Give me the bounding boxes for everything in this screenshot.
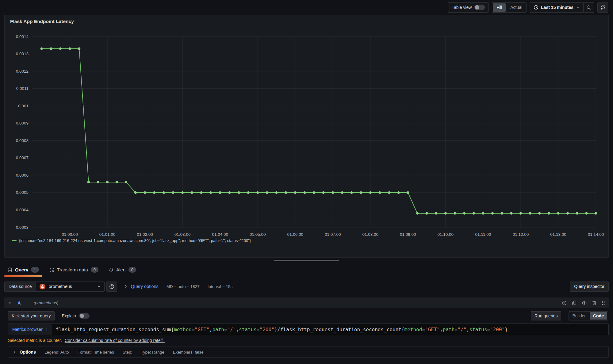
svg-text:0.0006: 0.0006 [16, 173, 29, 178]
svg-text:01:03:00: 01:03:00 [174, 232, 191, 237]
tab-alert[interactable]: Alert 0 [106, 264, 139, 277]
query-toolbar: Kick start your query Explain Run querie… [8, 311, 609, 320]
table-view-control[interactable]: Table view [448, 3, 488, 12]
query-options-summary-row[interactable]: Options Legend: Auto Format: Time series… [8, 347, 609, 358]
query-editor-section: A (prometheus) Kick start your query Exp… [4, 297, 609, 358]
toggle-knob [475, 5, 479, 10]
legend-series-label[interactable]: {instance="ec2-184-169-216-224.us-west-1… [19, 238, 251, 243]
time-range-label: Last 15 minutes [541, 5, 573, 10]
svg-text:0.0011: 0.0011 [16, 86, 29, 91]
query-ref-id[interactable]: A [17, 300, 21, 305]
editor-tabs: Query 1 Transform data 0 Alert 0 [0, 262, 613, 277]
svg-text:01:00:00: 01:00:00 [62, 232, 78, 237]
tab-query[interactable]: Query 1 [4, 264, 42, 277]
database-icon [7, 267, 12, 272]
tab-alert-count: 0 [128, 267, 136, 273]
query-options-md: MD = auto = 1827 [167, 284, 200, 289]
warning-text: Selected metric is a counter. [8, 338, 62, 343]
chevron-right-icon[interactable] [12, 350, 16, 354]
options-label: Options [20, 350, 36, 354]
tab-transform-data[interactable]: Transform data 0 [46, 264, 102, 277]
datasource-row: Data source prometheus Query options MD … [4, 280, 609, 293]
prometheus-logo [39, 283, 46, 290]
tab-transform-label: Transform data [57, 267, 88, 272]
toggle-knob [80, 314, 84, 318]
zoom-out-button[interactable] [583, 3, 594, 12]
explain-toggle[interactable] [79, 313, 90, 319]
chevron-right-icon [124, 285, 128, 288]
fill-button[interactable]: Fill [493, 3, 506, 12]
code-button[interactable]: Code [590, 312, 607, 320]
datasource-help-button[interactable] [106, 282, 117, 292]
counter-warning: Selected metric is a counter. Consider c… [8, 338, 609, 343]
collapse-chevron-icon[interactable] [8, 301, 12, 305]
metrics-browser-button[interactable]: Metrics browser [8, 324, 52, 335]
query-inspector-button[interactable]: Query inspector [570, 282, 609, 292]
svg-text:0.001: 0.001 [18, 104, 29, 108]
metrics-browser-label: Metrics browser [12, 327, 43, 332]
query-options-label: Query options [131, 284, 158, 289]
tab-transform-count: 0 [91, 267, 98, 273]
options-format: Format: Time series [77, 350, 114, 354]
svg-text:01:08:00: 01:08:00 [362, 232, 379, 237]
svg-text:01:13:00: 01:13:00 [550, 232, 566, 237]
chevron-down-icon [576, 6, 580, 9]
display-mode-group: Fill Actual [492, 2, 527, 13]
datasource-name: prometheus [48, 284, 94, 289]
explain-control: Explain [62, 313, 90, 319]
svg-text:0.0007: 0.0007 [16, 155, 29, 160]
svg-text:01:10:00: 01:10:00 [438, 232, 454, 237]
query-datasource-hint: (prometheus) [34, 301, 58, 305]
options-step: Step: [123, 350, 132, 354]
svg-text:0.0004: 0.0004 [16, 208, 29, 212]
svg-text:01:02:00: 01:02:00 [137, 232, 153, 237]
warning-rate-link[interactable]: Consider calculating rate of counter by … [65, 338, 165, 343]
builder-code-switch: Builder Code [569, 311, 608, 320]
svg-text:01:11:00: 01:11:00 [475, 232, 491, 237]
hide-query-eye-icon[interactable] [582, 301, 587, 305]
svg-text:0.0008: 0.0008 [16, 138, 29, 143]
svg-text:0.0009: 0.0009 [16, 121, 29, 125]
svg-text:01:05:00: 01:05:00 [250, 232, 266, 237]
query-row-header[interactable]: A (prometheus) [4, 297, 609, 308]
kick-start-query-button[interactable]: Kick start your query [8, 311, 55, 320]
panel-resize-handle[interactable] [274, 260, 339, 261]
svg-text:0.0012: 0.0012 [16, 69, 29, 74]
transform-icon [49, 267, 54, 272]
svg-text:0.0005: 0.0005 [16, 190, 29, 195]
table-view-toggle[interactable] [474, 5, 485, 10]
options-legend: Legend: Auto [44, 350, 69, 354]
run-queries-button[interactable]: Run queries [531, 311, 561, 320]
drag-handle-icon[interactable] [602, 300, 605, 305]
actual-button[interactable]: Actual [506, 3, 526, 12]
svg-text:01:01:00: 01:01:00 [99, 232, 116, 237]
tab-query-label: Query [15, 267, 28, 272]
query-help-icon[interactable] [562, 301, 567, 305]
latency-chart[interactable]: 0.00140.00130.00120.00110.0010.00090.000… [8, 25, 606, 240]
bell-icon [109, 267, 113, 272]
tab-alert-label: Alert [116, 267, 126, 272]
chart-legend: {instance="ec2-184-169-216-224.us-west-1… [8, 238, 605, 243]
question-circle-icon [109, 284, 114, 289]
query-options-interval: Interval = 15s [208, 284, 232, 289]
svg-text:01:12:00: 01:12:00 [513, 232, 529, 237]
builder-button[interactable]: Builder [569, 312, 589, 320]
chevron-down-icon [97, 285, 101, 288]
query-options-collapse[interactable]: Query options [124, 284, 158, 289]
zoom-out-icon [586, 5, 592, 10]
datasource-picker[interactable]: prometheus [36, 282, 105, 292]
svg-text:01:14:00: 01:14:00 [588, 232, 604, 237]
latency-panel: Flask App Endpoint Latency 0.00140.00130… [4, 15, 609, 258]
duplicate-query-icon[interactable] [572, 301, 577, 305]
table-view-group: Table view [448, 2, 489, 13]
svg-text:0.0014: 0.0014 [16, 34, 29, 39]
promql-expression-input[interactable]: flask_http_request_duration_seconds_sum{… [52, 324, 608, 335]
refresh-button[interactable] [597, 2, 608, 13]
datasource-label: Data source [4, 282, 36, 292]
clock-icon [534, 5, 538, 10]
query-row-actions [562, 300, 605, 305]
explain-label: Explain [62, 313, 76, 318]
time-range-picker[interactable]: Last 15 minutes [530, 3, 583, 12]
panel-editor-toolbar: Table view Fill Actual Last 15 minutes [0, 0, 613, 15]
delete-query-trash-icon[interactable] [592, 301, 596, 305]
